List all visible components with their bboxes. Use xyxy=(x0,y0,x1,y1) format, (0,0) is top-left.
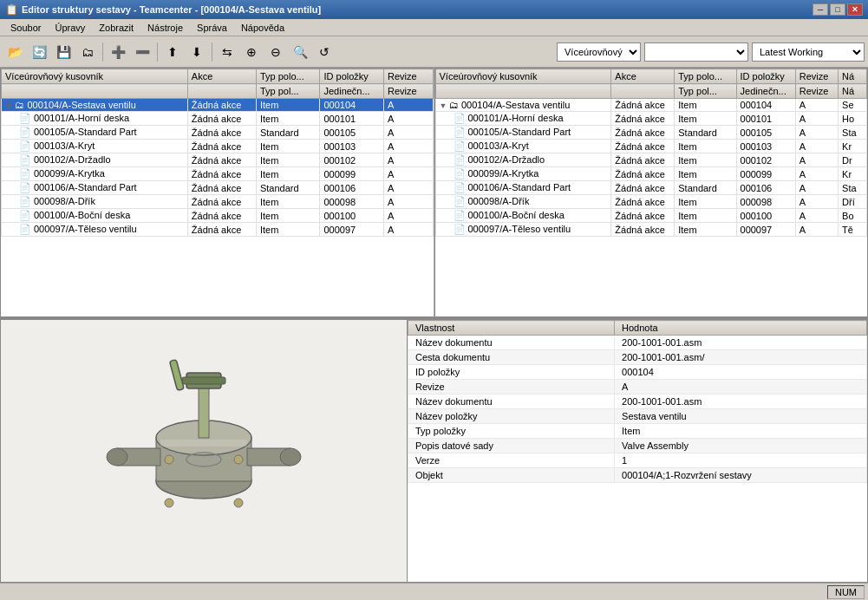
row-na: Bo xyxy=(839,209,867,223)
maximize-button[interactable]: □ xyxy=(830,3,845,16)
row-action: Žádná akce xyxy=(187,167,256,181)
table-row[interactable]: 📄000103/A-KrytŽádná akceItem000103AKr xyxy=(435,140,867,153)
properties-panel: Vlastnost Hodnota Název dokumentu200-100… xyxy=(408,319,868,583)
row-item-id: 000106 xyxy=(320,181,383,195)
up-button[interactable]: ⬆ xyxy=(161,41,184,63)
reload-button[interactable]: ↺ xyxy=(313,41,336,63)
part-icon: 📄 xyxy=(19,224,31,234)
part-icon: 📄 xyxy=(454,168,466,179)
preview-panel xyxy=(0,319,408,583)
row-name: 000100/A-Boční deska xyxy=(34,210,130,220)
row-revision: A xyxy=(383,195,433,209)
list-item[interactable]: Verze1 xyxy=(408,453,867,468)
row-action: Žádná akce xyxy=(611,140,675,153)
right-panel-scroll[interactable]: Víceúrovňový kusovník Akce Typ polo... I… xyxy=(435,68,868,308)
table-row[interactable]: 📄000102/A-DržadloŽádná akceItem000102ADr xyxy=(435,153,867,167)
list-item[interactable]: Cesta dokumentu200-1001-001.asm/ xyxy=(408,350,867,365)
save-button[interactable]: 💾 xyxy=(52,41,75,63)
table-row[interactable]: 📄000097/A-Těleso ventiluŽádná akceItem00… xyxy=(435,223,867,237)
collapse-button[interactable]: ⊖ xyxy=(264,41,287,63)
list-item[interactable]: Název dokumentu200-1001-001.asm xyxy=(408,336,867,350)
row-action: Žádná akce xyxy=(611,195,675,209)
list-item[interactable]: Objekt000104/A;1-Rozvržení sestavy xyxy=(408,468,867,483)
menu-item-správa[interactable]: Správa xyxy=(190,21,234,35)
row-type: Item xyxy=(675,140,736,153)
right-col-type: Typ polo... xyxy=(675,69,736,84)
props-header: Vlastnost Hodnota xyxy=(408,321,867,336)
menu-item-zobrazit[interactable]: Zobrazit xyxy=(92,21,140,35)
row-name: 000101/A-Horní deska xyxy=(468,113,564,123)
minimize-button[interactable]: ─ xyxy=(813,3,828,16)
refresh-button[interactable]: 🔄 xyxy=(28,41,50,63)
list-item[interactable]: Popis datové sadyValve Assembly xyxy=(408,439,867,453)
view-mode-dropdown[interactable]: Víceúrovňový Jednoduchý xyxy=(557,42,641,62)
table-row[interactable]: 📄000099/A-KrytkaŽádná akceItem000099AKr xyxy=(435,167,867,181)
open-button[interactable]: 📂 xyxy=(3,41,26,63)
row-name: 000102/A-Držadlo xyxy=(468,154,545,165)
expand-button[interactable]: ⊕ xyxy=(240,41,263,63)
table-row[interactable]: 📄000098/A-DříkŽádná akceItem000098ADří xyxy=(435,195,867,209)
table-row[interactable]: 📄000098/A-DříkŽádná akceItem000098A xyxy=(2,195,434,209)
table-row[interactable]: 📄000106/A-Standard PartŽádná akceStandar… xyxy=(2,181,434,195)
list-item[interactable]: Typ položkyItem xyxy=(408,424,867,439)
props-col-value: Hodnota xyxy=(615,321,867,336)
properties-scroll[interactable]: Vlastnost Hodnota Název dokumentu200-100… xyxy=(408,320,867,582)
list-item[interactable]: RevizeA xyxy=(408,380,867,395)
table-row[interactable]: 📄000097/A-Těleso ventiluŽádná akceItem00… xyxy=(2,223,434,237)
menu-item-soubor[interactable]: Soubor xyxy=(3,21,48,35)
row-revision: A xyxy=(795,126,838,140)
left-col-type: Typ polo... xyxy=(256,69,319,84)
list-item[interactable]: ID položky000104 xyxy=(408,365,867,380)
row-item-id: 000100 xyxy=(736,209,795,223)
menu-item-nápověda[interactable]: Nápověda xyxy=(234,21,291,35)
part-icon: 📄 xyxy=(19,127,31,137)
left-panel-scroll[interactable]: Víceúrovňový kusovník Akce Typ polo... I… xyxy=(1,68,434,308)
filter-dropdown[interactable] xyxy=(644,42,748,62)
table-row[interactable]: 📄000101/A-Horní deskaŽádná akceItem00010… xyxy=(435,112,867,126)
property-value: A xyxy=(615,380,867,395)
right-col-id: ID položky xyxy=(736,69,795,84)
add-button[interactable]: ➕ xyxy=(107,41,129,63)
row-item-id: 000100 xyxy=(320,209,383,223)
row-na: Ho xyxy=(839,112,867,126)
list-item[interactable]: Název položkySestava ventilu xyxy=(408,409,867,424)
structure-button[interactable]: 🗂 xyxy=(76,41,99,63)
table-row[interactable]: 📄000102/A-DržadloŽádná akceItem000102A xyxy=(2,153,434,167)
row-revision: A xyxy=(383,126,433,140)
row-type: Item xyxy=(256,223,319,237)
table-row[interactable]: 📄000099/A-KrytkaŽádná akceItem000099A xyxy=(2,167,434,181)
find-button[interactable]: 🔍 xyxy=(289,41,311,63)
table-row[interactable]: 📄000105/A-Standard PartŽádná akceStandar… xyxy=(2,126,434,140)
revision-filter-dropdown[interactable]: Latest Working xyxy=(752,42,865,62)
right-tree-body: ▼ 🗂000104/A-Sestava ventiluŽádná akceIte… xyxy=(435,99,867,237)
table-row[interactable]: 📄000103/A-KrytŽádná akceItem000103A xyxy=(2,140,434,153)
table-row[interactable]: 📄000100/A-Boční deskaŽádná akceItem00010… xyxy=(2,209,434,223)
part-icon: 📄 xyxy=(19,113,31,123)
table-row[interactable]: 📄000101/A-Horní deskaŽádná akceItem00010… xyxy=(2,112,434,126)
properties-table: Vlastnost Hodnota Název dokumentu200-100… xyxy=(408,320,867,483)
row-action: Žádná akce xyxy=(187,223,256,237)
remove-button[interactable]: ➖ xyxy=(131,41,153,63)
compare-button[interactable]: ⇆ xyxy=(216,41,238,63)
property-value: 200-1001-001.asm/ xyxy=(615,350,867,365)
down-button[interactable]: ⬇ xyxy=(186,41,208,63)
list-item[interactable]: Název dokumentu200-1001-001.asm xyxy=(408,395,867,409)
menu-item-nástroje[interactable]: Nástroje xyxy=(140,21,190,35)
property-value: Item xyxy=(615,424,867,439)
row-name: 000106/A-Standard Part xyxy=(468,182,571,192)
row-na: Sta xyxy=(839,181,867,195)
right-col-action: Akce xyxy=(611,69,675,84)
table-row[interactable]: 📄000105/A-Standard PartŽádná akceStandar… xyxy=(435,126,867,140)
table-row[interactable]: ▼ 🗂000104/A-Sestava ventiluŽádná akceIte… xyxy=(2,99,434,112)
close-button[interactable]: ✕ xyxy=(847,3,863,16)
row-type: Item xyxy=(256,99,319,112)
row-action: Žádná akce xyxy=(187,126,256,140)
part-icon: 📄 xyxy=(19,210,31,220)
property-value: 200-1001-001.asm xyxy=(615,395,867,409)
assembly-icon: 🗂 xyxy=(449,100,459,110)
table-row[interactable]: 📄000100/A-Boční deskaŽádná akceItem00010… xyxy=(435,209,867,223)
menu-item-úpravy[interactable]: Úpravy xyxy=(48,21,92,35)
table-row[interactable]: ▼ 🗂000104/A-Sestava ventiluŽádná akceIte… xyxy=(435,99,867,112)
table-row[interactable]: 📄000106/A-Standard PartŽádná akceStandar… xyxy=(435,181,867,195)
row-revision: A xyxy=(795,167,838,181)
